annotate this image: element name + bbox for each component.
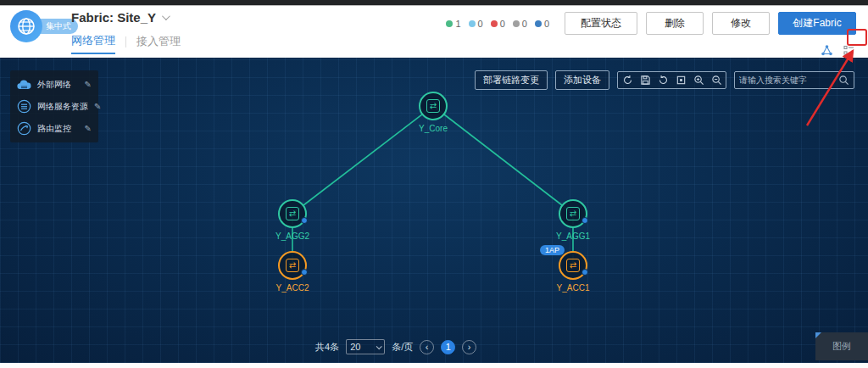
pagination-unit: 条/页	[392, 341, 413, 354]
legend-label: 图例	[832, 340, 851, 353]
aggregation-switch-icon[interactable]: ⇄	[278, 199, 307, 228]
core-switch-icon[interactable]: ⇄	[419, 92, 448, 120]
switch-glyph-icon: ⇄	[286, 259, 299, 272]
edit-pencil-icon[interactable]: ✎	[94, 102, 101, 111]
status-dot-lightblue: 0	[469, 19, 483, 29]
edit-pencil-icon[interactable]: ✎	[85, 124, 92, 133]
chevron-down-icon	[162, 12, 170, 20]
save-icon[interactable]	[639, 75, 651, 86]
topology-node-y-core: ⇄ Y_Core	[403, 92, 463, 133]
search-box	[734, 71, 854, 89]
aggregation-switch-icon[interactable]: ⇄	[559, 199, 587, 228]
status-dot-gray: 0	[513, 19, 527, 29]
deploy-link-change-button[interactable]: 部署链路变更	[475, 70, 548, 90]
node-status-dot	[581, 269, 588, 276]
network-service-icon	[17, 99, 31, 114]
green-dot-icon	[446, 20, 453, 27]
zoom-in-icon[interactable]	[693, 75, 704, 86]
search-icon[interactable]	[837, 75, 849, 86]
fit-view-icon[interactable]	[675, 75, 687, 86]
app-logo: 集中式	[10, 10, 78, 44]
switch-glyph-icon: ⇄	[286, 207, 299, 220]
node-label: Y_AGG1	[556, 231, 590, 241]
gray-dot-icon	[513, 20, 520, 27]
status-count: 0	[500, 19, 505, 29]
add-device-button[interactable]: 添加设备	[555, 70, 609, 90]
tab-divider	[125, 36, 126, 47]
access-switch-icon[interactable]: ⇄	[278, 251, 307, 280]
edit-pencil-icon[interactable]: ✎	[85, 80, 92, 89]
next-page-button[interactable]: ›	[462, 340, 476, 354]
canvas-tool-group	[617, 71, 726, 89]
resource-side-panel: 外部网络 ✎ 网络服务资源 ✎	[10, 70, 98, 142]
status-dot-summary: 1 0 0 0 0	[446, 19, 549, 29]
topology-canvas[interactable]: 外部网络 ✎ 网络服务资源 ✎	[0, 58, 868, 363]
zoom-out-icon[interactable]	[710, 75, 722, 86]
switch-glyph-icon: ⇄	[566, 207, 580, 220]
node-status-dot	[301, 217, 308, 224]
chevron-down-icon	[376, 343, 382, 349]
status-dot-blue: 0	[535, 19, 549, 29]
view-switcher	[819, 42, 856, 59]
status-count: 0	[522, 19, 527, 29]
undo-icon[interactable]	[657, 75, 669, 86]
title-block: Fabric: Site_Y 网络管理 接入管理	[71, 10, 181, 54]
fabric-title-text: Fabric: Site_Y	[71, 10, 156, 25]
header-right: 1 0 0 0 0	[446, 12, 856, 59]
topology-node-y-agg1: ⇄ Y_AGG1	[543, 199, 603, 241]
modify-button[interactable]: 修改	[712, 12, 770, 35]
canvas-toolbar: 部署链路变更 添加设备	[475, 70, 854, 90]
header-actions-row: 1 0 0 0 0	[446, 12, 856, 35]
prev-page-button[interactable]: ‹	[420, 340, 434, 354]
topology-view-icon[interactable]	[819, 42, 834, 58]
node-label: Y_ACC1	[557, 283, 590, 293]
lightblue-dot-icon	[469, 20, 476, 27]
status-dot-red: 0	[491, 19, 505, 29]
delete-button[interactable]: 删除	[646, 12, 704, 35]
tab-bar: 网络管理 接入管理	[71, 33, 181, 54]
status-count: 0	[478, 19, 483, 29]
node-label: Y_AGG2	[275, 231, 309, 241]
page-size-value: 20	[350, 342, 360, 352]
node-status-dot	[301, 269, 308, 276]
sidebar-item-network-service-resource[interactable]: 网络服务资源 ✎	[17, 99, 92, 114]
window-titlebar	[0, 0, 868, 6]
topology-node-y-agg2: ⇄ Y_AGG2	[263, 199, 322, 241]
switch-glyph-icon: ⇄	[426, 99, 440, 113]
pagination: 共4条 20 条/页 ‹ 1 ›	[315, 339, 476, 354]
topology-node-y-acc2: ⇄ Y_ACC2	[263, 251, 322, 293]
pagination-total: 共4条	[315, 341, 339, 354]
node-label: Y_Core	[419, 124, 448, 133]
bottom-strip	[0, 363, 868, 368]
sidebar-item-label: 网络服务资源	[37, 101, 88, 113]
switch-glyph-icon: ⇄	[566, 259, 580, 272]
red-dot-icon	[491, 20, 498, 27]
tab-network-management[interactable]: 网络管理	[71, 33, 115, 54]
status-count: 1	[455, 19, 460, 29]
topology-node-y-acc1: 1AP ⇄ Y_ACC1	[543, 251, 603, 293]
tab-access-management[interactable]: 接入管理	[136, 34, 181, 53]
sidebar-item-label: 路由监控	[37, 123, 79, 135]
ap-count-badge: 1AP	[540, 245, 565, 255]
list-view-icon[interactable]	[841, 42, 856, 58]
sidebar-item-external-network[interactable]: 外部网络 ✎	[17, 77, 92, 92]
page-header: 集中式 Fabric: Site_Y 网络管理 接入管理	[0, 7, 868, 58]
legend-toggle[interactable]: 图例	[815, 332, 868, 360]
app-screen: 集中式 Fabric: Site_Y 网络管理 接入管理	[0, 0, 868, 368]
node-label: Y_ACC2	[276, 283, 309, 293]
create-fabric-button[interactable]: 创建Fabric	[778, 12, 856, 35]
page-size-select[interactable]: 20	[346, 339, 385, 354]
config-status-button[interactable]: 配置状态	[565, 12, 637, 35]
globe-icon	[10, 10, 42, 42]
sidebar-item-label: 外部网络	[37, 79, 79, 91]
node-status-dot	[581, 217, 588, 224]
blue-dot-icon	[535, 20, 542, 27]
access-switch-icon[interactable]: 1AP ⇄	[559, 251, 587, 280]
current-page-button[interactable]: 1	[441, 340, 455, 354]
route-monitor-icon	[17, 121, 31, 136]
search-input[interactable]	[739, 75, 837, 85]
page-title[interactable]: Fabric: Site_Y	[71, 10, 181, 25]
status-dot-green: 1	[446, 19, 460, 29]
sidebar-item-route-monitor[interactable]: 路由监控 ✎	[17, 121, 92, 136]
refresh-icon[interactable]	[621, 75, 633, 86]
